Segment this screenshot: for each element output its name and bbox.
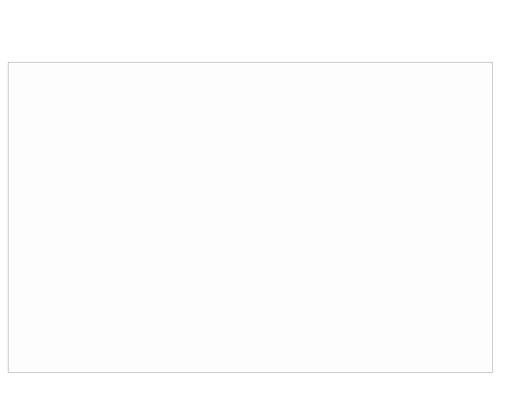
connectors-layer bbox=[8, 63, 492, 372]
pert-chart bbox=[8, 62, 493, 373]
